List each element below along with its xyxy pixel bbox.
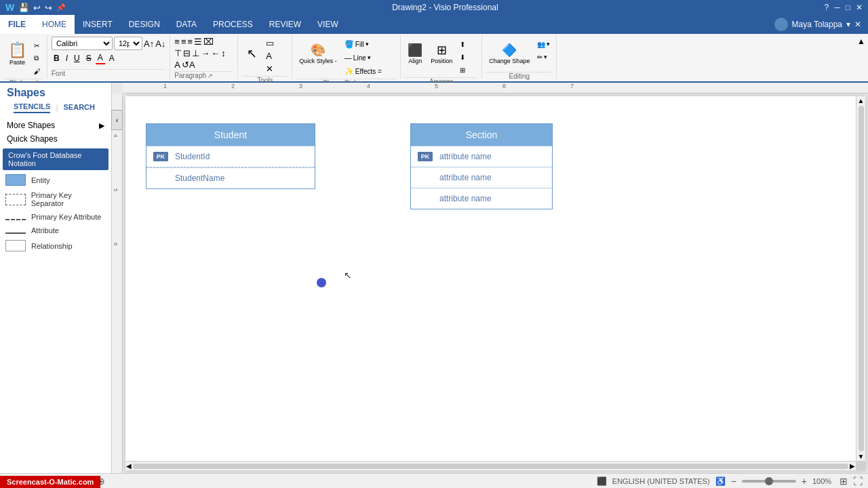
line-dropdown-icon[interactable]: ▾ <box>368 54 371 61</box>
table-row[interactable]: attribute name <box>411 167 552 188</box>
text-tool-button[interactable]: A <box>264 49 276 62</box>
text-top-icon[interactable]: A <box>174 60 180 70</box>
people-icon-button[interactable]: 👥▾ <box>535 38 552 50</box>
align-top-icon[interactable]: ⊤ <box>174 48 182 58</box>
indent-decrease-icon[interactable]: ← <box>211 48 220 58</box>
align-button[interactable]: ⬛ Align <box>405 37 425 70</box>
menu-design[interactable]: DESIGN <box>121 15 168 34</box>
font-shrink-icon[interactable]: A↓ <box>155 39 165 49</box>
quick-shapes-item[interactable]: Quick Shapes <box>3 132 108 146</box>
scrollbar-left-button[interactable]: ◀ <box>126 462 132 470</box>
design-checker-icon[interactable]: ⬛ <box>597 476 607 486</box>
fit-page-button[interactable]: ⊞ <box>840 476 848 487</box>
font-grow-icon[interactable]: A↑ <box>144 39 154 49</box>
stencil-attribute[interactable]: Attribute <box>3 224 108 237</box>
indent-increase-icon[interactable]: → <box>201 48 210 58</box>
scrollbar-down-button[interactable]: ▼ <box>858 453 865 460</box>
bring-forward-button[interactable]: ⬆ <box>458 38 467 50</box>
cut-button[interactable]: ✂ <box>32 39 43 52</box>
text-rotate-icon[interactable]: ↺A <box>182 60 195 70</box>
scrollbar-right-button[interactable]: ▶ <box>850 462 855 470</box>
menu-view[interactable]: VIEW <box>309 15 347 34</box>
position-button[interactable]: ⊞ Position <box>428 37 455 70</box>
copy-button[interactable]: ⧉ <box>32 52 43 64</box>
menu-process[interactable]: PROCESS <box>205 15 261 34</box>
effects-button[interactable]: ✨ Effects = <box>342 65 384 77</box>
quick-access-pin-icon[interactable]: 📌 <box>56 3 66 12</box>
fill-button[interactable]: 🪣 Fill ▾ <box>342 38 384 50</box>
ribbon-collapse-button[interactable]: ▲ <box>854 35 868 79</box>
para-dialog-icon[interactable]: ↗ <box>208 73 213 79</box>
people-dropdown[interactable]: ▾ <box>547 41 550 47</box>
user-close-icon[interactable]: ✕ <box>854 20 861 29</box>
undo-icon[interactable]: ↩ <box>33 3 41 13</box>
shape-tool-button[interactable]: ▭ <box>264 37 276 49</box>
zoom-in-button[interactable]: + <box>802 476 807 487</box>
table-row[interactable]: PK attribute name <box>411 146 552 167</box>
user-area[interactable]: Maya Tolappa ▾ ✕ <box>768 15 869 34</box>
paste-button[interactable]: 📋 Paste <box>4 37 31 70</box>
scrollbar-track-h[interactable] <box>133 464 848 469</box>
group-button[interactable]: ⊞ <box>458 64 467 76</box>
menu-data[interactable]: DATA <box>168 15 205 34</box>
redo-icon[interactable]: ↪ <box>45 3 52 13</box>
menu-review[interactable]: REVIEW <box>261 15 309 34</box>
menu-insert[interactable]: INSERT <box>75 15 121 34</box>
quick-styles-button[interactable]: 🎨 Quick Styles - <box>296 37 340 70</box>
bottom-scrollbar[interactable]: ◀ ▶ <box>125 461 856 470</box>
maximize-button[interactable]: □ <box>846 3 850 12</box>
send-backward-button[interactable]: ⬇ <box>458 51 467 63</box>
user-dropdown-icon[interactable]: ▾ <box>846 20 850 29</box>
fullscreen-button[interactable]: ⛶ <box>853 476 863 487</box>
stencil-relationship[interactable]: Relationship <box>3 237 108 254</box>
table-row[interactable]: attribute name <box>411 188 552 209</box>
format-painter-button[interactable]: 🖌 <box>32 65 43 77</box>
stencil-category[interactable]: Crow's Foot Database Notation <box>3 148 108 170</box>
underline-button[interactable]: U <box>72 53 82 64</box>
connect-tool-button[interactable]: ✕ <box>264 62 276 75</box>
change-shape-button[interactable]: 🔷 Change Shape <box>486 37 532 70</box>
line-button[interactable]: — Line ▾ <box>342 52 384 64</box>
highlight-button[interactable]: A <box>107 53 117 64</box>
fill-dropdown-icon[interactable]: ▾ <box>366 41 369 47</box>
font-name-select[interactable]: Calibri <box>52 37 113 50</box>
bullet-list-icon[interactable]: ☰ <box>194 37 202 47</box>
right-scrollbar[interactable]: ▲ ▼ <box>856 96 865 461</box>
align-bottom-icon[interactable]: ⊥ <box>192 48 199 58</box>
save-icon[interactable]: 💾 <box>18 3 29 13</box>
table-row[interactable]: PK StudentId <box>146 146 315 167</box>
line-spacing-icon[interactable]: ↕ <box>221 48 226 58</box>
zoom-out-button[interactable]: − <box>731 476 736 487</box>
scrollbar-track-v[interactable] <box>859 106 864 451</box>
accessibility-icon[interactable]: ♿ <box>715 476 726 486</box>
stencil-entity[interactable]: Entity <box>3 171 108 188</box>
stencil-pk-attribute[interactable]: Primary Key Attribute <box>3 210 108 224</box>
menu-file[interactable]: FILE <box>0 15 34 34</box>
strikethrough-button[interactable]: S <box>84 53 94 64</box>
canvas-page[interactable]: Student PK StudentId StudentName <box>125 96 856 461</box>
italic-button[interactable]: I <box>64 53 70 64</box>
scrollbar-up-button[interactable]: ▲ <box>858 97 865 104</box>
sidebar-collapse-button[interactable]: ‹ <box>111 110 123 130</box>
more-shapes-item[interactable]: More Shapes ▶ <box>3 119 108 132</box>
section-entity[interactable]: Section PK attribute name attribute name <box>410 123 553 209</box>
align-center-icon[interactable]: ≡ <box>181 37 186 47</box>
edit-dropdown[interactable]: ▾ <box>544 54 547 60</box>
menu-home[interactable]: HOME <box>34 15 75 34</box>
help-icon[interactable]: ? <box>825 3 829 12</box>
font-color-label[interactable]: A <box>96 52 105 64</box>
bold-button[interactable]: B <box>52 53 62 64</box>
minimize-button[interactable]: ─ <box>834 3 840 12</box>
zoom-slider-track[interactable] <box>742 480 796 483</box>
search-tab[interactable]: SEARCH <box>64 103 95 113</box>
stencils-tab[interactable]: STENCILS <box>14 102 50 113</box>
clear-format-icon[interactable]: ⌧ <box>203 37 214 47</box>
table-row[interactable]: StudentName <box>146 167 315 188</box>
canvas[interactable]: Student PK StudentId StudentName <box>125 96 865 470</box>
align-middle-icon[interactable]: ⊟ <box>183 48 191 58</box>
stencil-pk-separator[interactable]: Primary Key Separator <box>3 188 108 210</box>
font-size-select[interactable]: 12pt. <box>114 37 142 50</box>
pointer-tool-button[interactable]: ↖ <box>242 37 261 70</box>
edit-dropdown-button[interactable]: ✏▾ <box>535 51 552 63</box>
align-left-icon[interactable]: ≡ <box>174 37 180 47</box>
